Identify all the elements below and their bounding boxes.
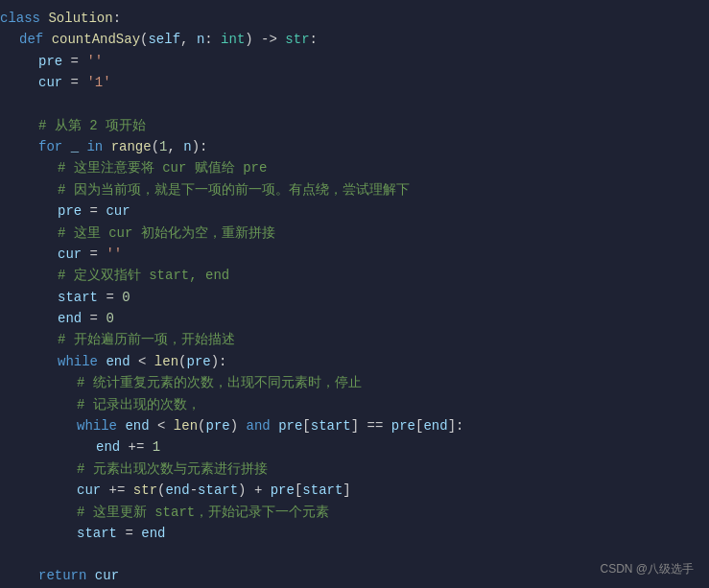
comment-token: # 元素出现次数与元素进行拼接	[77, 461, 268, 477]
plain-token	[103, 139, 110, 154]
var-token: cur	[58, 247, 82, 262]
kw-token: for	[38, 139, 62, 154]
plain-token: ]:	[448, 418, 464, 434]
var-token: start	[58, 290, 98, 305]
str-token: '1'	[86, 75, 110, 90]
var-token: cur	[106, 203, 130, 219]
code-line: # 开始遍历前一项，开始描述	[0, 329, 709, 350]
code-line: # 从第 2 项开始	[0, 115, 709, 136]
plain-token: [	[302, 418, 310, 434]
plain-token: -	[190, 482, 198, 498]
var-token: end	[125, 418, 149, 434]
code-line: # 统计重复元素的次数，出现不同元素时，停止	[0, 372, 709, 393]
comment-token: # 统计重复元素的次数，出现不同元素时，停止	[77, 375, 362, 390]
kw-token: while	[58, 354, 98, 369]
type-token: str	[285, 32, 309, 47]
code-line: # 这里注意要将 cur 赋值给 pre	[0, 157, 709, 178]
var-token: cur	[95, 568, 119, 583]
line-content: pre = ''	[0, 51, 697, 72]
plain-token: ):	[192, 139, 208, 154]
plain-token: <	[130, 354, 154, 369]
kw-token: while	[77, 418, 117, 434]
line-content: # 从第 2 项开始	[0, 115, 697, 136]
plain-token: =	[117, 526, 141, 541]
line-content: # 记录出现的次数，	[0, 394, 697, 415]
num-token: 0	[122, 290, 130, 305]
code-line: start = 0	[0, 287, 709, 308]
var-token: pre	[271, 482, 295, 498]
line-content: # 这里注意要将 cur 赋值给 pre	[0, 157, 697, 178]
comment-token: # 这里更新 start，开始记录下一个元素	[77, 505, 329, 520]
plain-token: ,	[180, 32, 197, 47]
comment-token: # 这里 cur 初始化为空，重新拼接	[58, 225, 275, 241]
line-content: end = 0	[0, 308, 697, 329]
line-content: cur = '1'	[0, 72, 697, 93]
var-token: start	[77, 526, 117, 541]
fn-token: countAndSay	[52, 32, 140, 47]
line-content: # 定义双指针 start, end	[0, 265, 697, 286]
plain-token	[86, 568, 94, 583]
var-token: end	[165, 482, 189, 498]
code-line: while end < len(pre):	[0, 351, 709, 372]
plain-token: +=	[101, 482, 133, 498]
var-token: end	[141, 526, 165, 541]
plain-token: ]	[343, 482, 350, 498]
plain-token: =	[62, 54, 86, 69]
plain-token	[62, 139, 70, 154]
watermark: CSDN @八级选手	[600, 560, 694, 578]
code-line: for _ in range(1, n):	[0, 136, 709, 157]
code-line: cur = '1'	[0, 72, 709, 93]
line-content: while end < len(pre):	[0, 351, 697, 372]
code-line: end += 1	[0, 436, 709, 458]
line-content: # 因为当前项，就是下一项的前一项。有点绕，尝试理解下	[0, 179, 697, 200]
comment-token: # 从第 2 项开始	[38, 118, 146, 133]
code-line: # 这里 cur 初始化为空，重新拼接	[0, 223, 709, 244]
plain-token: :	[113, 11, 121, 26]
kw-token: def	[19, 32, 43, 47]
builtin-token: range	[111, 139, 152, 154]
line-content: class Solution:	[0, 8, 697, 29]
code-line	[0, 94, 709, 115]
var-token: cur	[77, 482, 101, 498]
line-content: start = end	[0, 523, 697, 544]
plain-token: =	[82, 203, 106, 219]
var-token: start	[302, 482, 343, 498]
plain-token: ) +	[238, 482, 271, 498]
plain-token: )	[230, 418, 247, 434]
code-line: # 定义双指针 start, end	[0, 265, 709, 286]
plain-token: <	[150, 418, 174, 434]
line-content: for _ in range(1, n):	[0, 136, 697, 157]
code-line: # 因为当前项，就是下一项的前一项。有点绕，尝试理解下	[0, 179, 709, 200]
param-token: self	[148, 32, 180, 47]
plain-token: :	[310, 32, 318, 47]
code-line: pre = ''	[0, 51, 709, 72]
plain-token: ,	[167, 139, 183, 154]
var-token: start	[311, 418, 351, 434]
code-line: end = 0	[0, 308, 709, 329]
code-line: def countAndSay(self, n: int) -> str:	[0, 29, 709, 50]
line-content: start = 0	[0, 287, 697, 308]
num-token: 1	[153, 439, 160, 455]
comment-token: # 这里注意要将 cur 赋值给 pre	[58, 160, 267, 176]
comment-token: # 开始遍历前一项，开始描述	[58, 332, 235, 347]
var-token: pre	[186, 354, 210, 369]
code-line: class Solution:	[0, 8, 709, 29]
code-lines: class Solution:def countAndSay(self, n: …	[0, 8, 709, 587]
var-token: n	[183, 139, 191, 154]
line-content: cur = ''	[0, 244, 697, 265]
var-token: _	[71, 139, 79, 154]
str-token: ''	[86, 54, 103, 69]
code-line: while end < len(pre) and pre[start] == p…	[0, 415, 709, 436]
line-content: # 开始遍历前一项，开始描述	[0, 329, 697, 350]
line-content: # 这里更新 start，开始记录下一个元素	[0, 502, 697, 523]
plain-token	[271, 418, 278, 434]
code-line: pre = cur	[0, 200, 709, 222]
var-token: start	[198, 482, 238, 498]
code-line: start = end	[0, 523, 709, 544]
fn-token: Solution	[48, 11, 112, 26]
var-token: end	[423, 418, 447, 434]
plain-token: +=	[120, 439, 153, 455]
comment-token: # 定义双指针 start, end	[58, 268, 229, 283]
kw-token: return	[38, 568, 86, 583]
plain-token: ) ->	[245, 32, 285, 47]
